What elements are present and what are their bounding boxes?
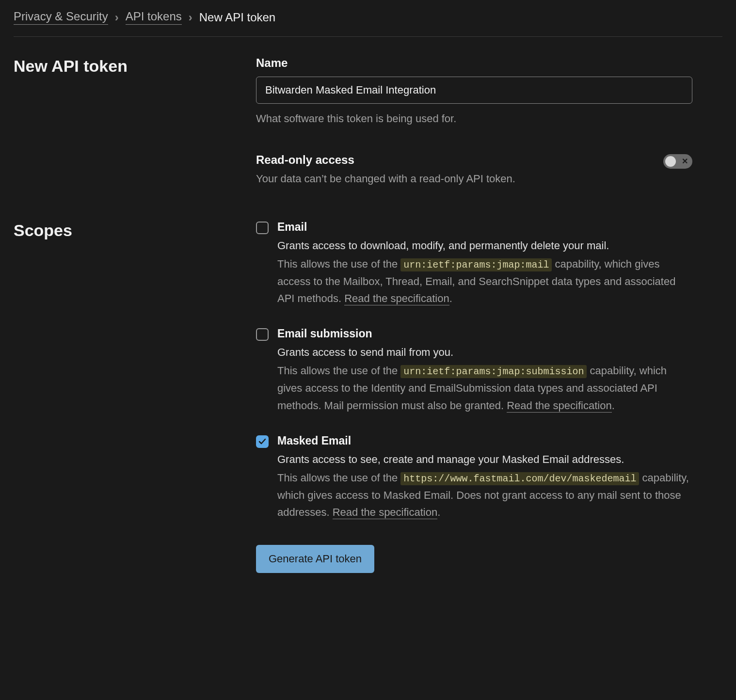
scope-submission-title: Email submission (277, 327, 692, 340)
scope-email-checkbox[interactable] (256, 222, 269, 234)
scopes-title: Scopes (14, 221, 246, 573)
scope-maskedemail-checkbox[interactable] (256, 435, 269, 448)
chevron-right-icon: › (189, 11, 192, 24)
scope-maskedemail-title: Masked Email (277, 434, 692, 447)
scope-email-title: Email (277, 221, 692, 234)
readonly-title: Read-only access (256, 153, 515, 167)
breadcrumb-api-tokens[interactable]: API tokens (126, 10, 182, 25)
scope-maskedemail: Masked Email Grants access to see, creat… (256, 434, 692, 521)
scope-maskedemail-detail: This allows the use of the https://www.f… (277, 469, 692, 521)
name-label: Name (256, 56, 692, 70)
scope-email-spec-link[interactable]: Read the specification (344, 292, 449, 305)
scope-submission-detail: This allows the use of the urn:ietf:para… (277, 362, 692, 414)
scope-email: Email Grants access to download, modify,… (256, 221, 692, 307)
page-title: New API token (14, 56, 246, 187)
breadcrumb: Privacy & Security › API tokens › New AP… (14, 10, 722, 37)
scope-email-desc: Grants access to download, modify, and p… (277, 238, 692, 254)
check-icon (258, 438, 266, 445)
toggle-off-icon: ✕ (682, 158, 688, 165)
scope-submission: Email submission Grants access to send m… (256, 327, 692, 414)
chevron-right-icon: › (115, 11, 119, 24)
name-input[interactable] (256, 77, 692, 104)
scope-submission-spec-link[interactable]: Read the specification (507, 399, 611, 413)
scope-email-code: urn:ietf:params:jmap:mail (400, 258, 552, 271)
name-helper: What software this token is being used f… (256, 111, 692, 127)
scope-maskedemail-desc: Grants access to see, create and manage … (277, 451, 692, 467)
toggle-knob (665, 156, 676, 167)
scope-email-detail: This allows the use of the urn:ietf:para… (277, 255, 692, 307)
scope-maskedemail-code: https://www.fastmail.com/dev/maskedemail (400, 472, 639, 485)
readonly-helper: Your data can’t be changed with a read-o… (256, 171, 515, 187)
breadcrumb-privacy-security[interactable]: Privacy & Security (14, 10, 108, 25)
breadcrumb-current: New API token (199, 11, 275, 24)
scope-submission-code: urn:ietf:params:jmap:submission (400, 365, 587, 378)
scope-submission-desc: Grants access to send mail from you. (277, 344, 692, 360)
scope-maskedemail-spec-link[interactable]: Read the specification (333, 506, 437, 519)
scope-submission-checkbox[interactable] (256, 328, 269, 341)
generate-api-token-button[interactable]: Generate API token (256, 545, 374, 573)
readonly-toggle[interactable]: ✕ (663, 154, 692, 169)
